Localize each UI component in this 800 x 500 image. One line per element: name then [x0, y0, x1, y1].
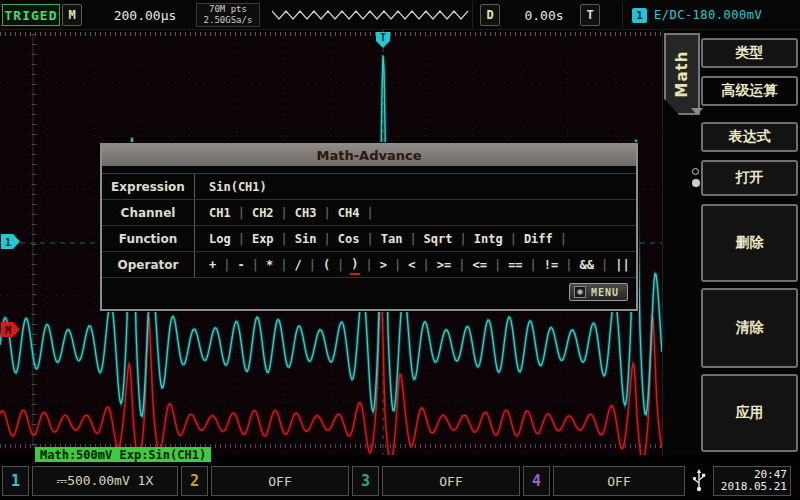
option-separator: | — [303, 258, 322, 272]
svg-text:T: T — [380, 32, 386, 43]
option-separator: | — [275, 232, 294, 246]
dialog-row-function: FunctionLog|Exp|Sin|Cos|Tan|Sqrt|Intg|Di… — [102, 226, 636, 252]
trigger-info-readout: E/DC-180.000mV — [654, 4, 794, 26]
menu-sidebar: Math 类型 高级运算 表达式 打开 删除 清除 应用 — [662, 30, 800, 455]
option-separator: | — [524, 258, 543, 272]
option-separator: | — [452, 258, 471, 272]
dialog-option[interactable]: >= — [436, 256, 452, 274]
dialog-option[interactable]: == — [507, 256, 523, 274]
dialog-option[interactable]: Tan — [380, 230, 404, 248]
dialog-option[interactable]: CH4 — [337, 204, 361, 222]
option-separator: | — [595, 258, 614, 272]
dialog-option[interactable]: Sin — [294, 230, 318, 248]
channel-4-status[interactable]: OFF — [553, 466, 685, 496]
trigger-status-badge: TRIGED — [2, 4, 60, 26]
math-menu-tab[interactable]: Math — [664, 33, 700, 115]
trigger-channel-badge: 1 — [632, 8, 647, 23]
advanced-operation-button[interactable]: 高级运算 — [701, 76, 798, 106]
channel-1-badge[interactable]: 1 — [2, 466, 29, 496]
math-level-marker[interactable]: M — [1, 322, 20, 337]
waveform-preview-icon — [272, 8, 472, 22]
channel-groups: 1⎓500.00mV 1X2OFF3OFF4OFF — [2, 466, 685, 496]
dialog-option[interactable]: - — [236, 256, 245, 274]
dialog-option[interactable]: || — [614, 256, 630, 274]
option-separator: | — [417, 258, 436, 272]
option-separator: | — [504, 232, 523, 246]
dialog-option[interactable]: CH1 — [208, 204, 232, 222]
option-separator: | — [388, 258, 407, 272]
memory-depth-readout: 70M pts — [209, 4, 247, 15]
timebase-mode-badge: M — [62, 4, 82, 26]
dialog-option[interactable]: ) — [350, 255, 359, 275]
dialog-option[interactable]: Cos — [337, 230, 361, 248]
option-separator: | — [246, 258, 265, 272]
dialog-option[interactable]: CH2 — [251, 204, 275, 222]
dialog-option[interactable]: * — [265, 256, 274, 274]
channel-2-badge[interactable]: 2 — [181, 466, 208, 496]
delete-button[interactable]: 删除 — [701, 204, 798, 282]
dialog-option[interactable]: Intg — [473, 230, 504, 248]
expression-button[interactable]: 表达式 — [701, 122, 798, 152]
dialog-option[interactable]: != — [543, 256, 559, 274]
dialog-option[interactable]: CH3 — [294, 204, 318, 222]
clock-readout: 20:47 2018.05.21 — [713, 466, 791, 496]
option-separator: | — [274, 258, 293, 272]
dialog-option[interactable]: Sqrt — [423, 230, 454, 248]
math-tab-label: Math — [673, 51, 691, 98]
option-separator: | — [403, 232, 422, 246]
delay-badge: D — [480, 4, 500, 26]
dialog-row-values: CH1|CH2|CH3|CH4| — [195, 200, 636, 225]
trigger-position-marker[interactable]: T — [376, 32, 390, 48]
knob-icon: ◉ — [574, 286, 586, 298]
dialog-option[interactable]: && — [579, 256, 595, 274]
option-separator: | — [275, 206, 294, 220]
usb-status — [688, 466, 710, 496]
topbar-separator — [622, 2, 623, 28]
open-button[interactable]: 打开 — [701, 160, 798, 196]
top-status-bar: TRIGED M 200.00μs 70M pts 2.50GSa/s D 0.… — [0, 0, 800, 30]
dialog-option[interactable]: Exp — [251, 230, 275, 248]
topbar-separator — [472, 2, 473, 28]
apply-button[interactable]: 应用 — [701, 374, 798, 452]
channel-4-badge[interactable]: 4 — [523, 466, 550, 496]
acquisition-info-box: 70M pts 2.50GSa/s — [196, 3, 260, 27]
dialog-option[interactable]: Diff — [523, 230, 554, 248]
dialog-option[interactable]: / — [293, 256, 302, 274]
dialog-footer: ◉ MENU — [102, 278, 636, 306]
dialog-option[interactable]: Sin(CH1) — [208, 178, 268, 196]
radio-off-icon — [692, 168, 699, 175]
dialog-row-values: Sin(CH1) — [195, 174, 636, 199]
channel-1-status[interactable]: ⎓500.00mV 1X — [32, 466, 178, 496]
dialog-title: Math-Advance — [102, 145, 636, 166]
usb-icon — [692, 469, 706, 493]
dialog-option[interactable]: Log — [208, 230, 232, 248]
dialog-option[interactable]: + — [208, 256, 217, 274]
svg-text:M: M — [5, 325, 11, 336]
dialog-option[interactable]: > — [379, 256, 388, 274]
dialog-row-channel: ChannelCH1|CH2|CH3|CH4| — [102, 200, 636, 226]
ch1-level-marker[interactable]: 1 — [1, 234, 20, 249]
dialog-option[interactable]: < — [407, 256, 416, 274]
delay-readout: 0.00s — [512, 4, 576, 26]
dialog-option[interactable]: ( — [322, 256, 331, 274]
option-separator: | — [360, 258, 379, 272]
dialog-rows: ExpressionSin(CH1)ChannelCH1|CH2|CH3|CH4… — [102, 173, 636, 278]
channel-3-badge[interactable]: 3 — [352, 466, 379, 496]
channel-status-bar: 1⎓500.00mV 1X2OFF3OFF4OFF 20:47 2018.05.… — [0, 464, 800, 498]
option-separator: | — [217, 258, 236, 272]
channel-3-status[interactable]: OFF — [382, 466, 520, 496]
type-button[interactable]: 类型 — [701, 38, 798, 68]
clear-button[interactable]: 清除 — [701, 288, 798, 368]
option-separator: | — [331, 258, 350, 272]
dialog-row-expression: ExpressionSin(CH1) — [102, 174, 636, 200]
dialog-row-values: Log|Exp|Sin|Cos|Tan|Sqrt|Intg|Diff| — [195, 226, 636, 251]
channel-2-status[interactable]: OFF — [211, 466, 349, 496]
option-separator: | — [360, 206, 379, 220]
menu-button[interactable]: ◉ MENU — [569, 283, 628, 301]
dialog-row-label: Function — [102, 226, 195, 251]
math-channel-readout: Math:500mV Exp:Sin(CH1) — [35, 447, 211, 462]
dialog-option[interactable]: <= — [471, 256, 487, 274]
dialog-row-label: Expression — [102, 174, 195, 199]
oscilloscope-screen: TRIGED M 200.00μs 70M pts 2.50GSa/s D 0.… — [0, 0, 800, 500]
dialog-row-label: Channel — [102, 200, 195, 225]
